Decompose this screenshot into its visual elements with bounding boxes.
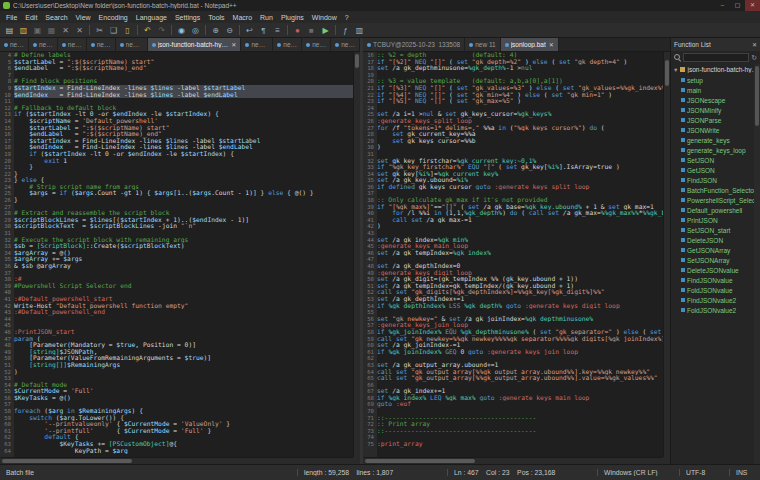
zoom-out-icon[interactable]: ⊖ [223, 24, 236, 37]
function-list-item[interactable]: generate_keys_loop [671, 145, 760, 155]
horizontal-scrollbar-left[interactable] [0, 457, 353, 464]
tab-new-12[interactable]: new 12 [116, 38, 148, 51]
menu-item-settings[interactable]: Settings [171, 14, 204, 21]
function-list-icon[interactable]: ƒ [339, 24, 352, 37]
scroll-thumb[interactable] [755, 66, 759, 126]
function-list-root[interactable]: ▼ json-function-batch-hybrid.bat [671, 64, 760, 75]
tab-new-3[interactable]: new 3 [273, 38, 302, 51]
tab-new-7[interactable]: new 7 [29, 38, 58, 51]
function-list-item[interactable]: FindJSONvalue [671, 275, 760, 285]
function-list-item[interactable]: SetJSON [671, 155, 760, 165]
horizontal-scrollbar-right[interactable] [363, 457, 663, 464]
tab-new-5[interactable]: new 5 [87, 38, 116, 51]
function-list-close-icon[interactable]: ✕ [752, 41, 757, 48]
word-wrap-icon[interactable]: ↩ [243, 24, 256, 37]
close-file-icon[interactable]: ✕ [59, 24, 72, 37]
play-macro-icon[interactable]: ▶ [319, 24, 332, 37]
function-list-item[interactable]: FoldJSONvalue [671, 285, 760, 295]
scroll-thumb[interactable] [355, 54, 359, 68]
scroll-thumb[interactable] [365, 459, 475, 463]
minimize-button[interactable]: – [715, 0, 730, 11]
indent-guide-icon[interactable]: ≡ [271, 24, 284, 37]
function-list-item[interactable]: JSONParse [671, 115, 760, 125]
close-button[interactable]: ✕ [745, 0, 760, 11]
function-list-item[interactable]: PrintJSON [671, 215, 760, 225]
menu-item-view[interactable]: View [72, 14, 95, 21]
function-list-item[interactable]: BatchFunction_Selector [671, 185, 760, 195]
menu-item-language[interactable]: Language [132, 14, 171, 21]
menu-item-plugins[interactable]: Plugins [277, 14, 308, 21]
function-list-item[interactable]: Default_powershell [671, 205, 760, 215]
function-list-item[interactable]: GetJSONArray [671, 245, 760, 255]
tab-new-9[interactable]: new 9 [331, 38, 360, 51]
replace-icon[interactable]: ◎ [189, 24, 202, 37]
function-list-item[interactable]: FoldJSONvalue2 [671, 305, 760, 315]
tab-jsonloop-bat[interactable]: jsonloop.bat✕ [501, 38, 559, 51]
function-list-item[interactable]: GetJSON [671, 165, 760, 175]
vertical-scrollbar-right[interactable] [663, 52, 670, 457]
function-list-item[interactable]: setup [671, 75, 760, 85]
menu-item-search[interactable]: Search [41, 14, 71, 21]
tab-new-11[interactable]: new 11 [465, 38, 500, 51]
vertical-scrollbar-left[interactable] [353, 52, 360, 457]
function-list-item[interactable]: main [671, 85, 760, 95]
menu-item-edit[interactable]: Edit [21, 14, 41, 21]
tab-new-8[interactable]: new 8 [0, 38, 29, 51]
tab-tcbuy-2025-10-23-133508[interactable]: TCBUY@2025-10-23_133508 [363, 38, 465, 51]
function-list-item[interactable]: JSONMinify [671, 105, 760, 115]
function-list-search-input[interactable] [683, 53, 749, 62]
menu-item-file[interactable]: File [2, 14, 21, 21]
function-list-item[interactable]: JSONWrite [671, 125, 760, 135]
menu-item-run[interactable]: Run [256, 14, 277, 21]
function-list-item[interactable]: FindJSON [671, 175, 760, 185]
open-file-icon[interactable]: ▨ [17, 24, 30, 37]
redo-icon[interactable]: ↷ [155, 24, 168, 37]
menu-item-encoding[interactable]: Encoding [95, 14, 132, 21]
record-macro-icon[interactable]: ● [291, 24, 304, 37]
function-list-item[interactable]: SetJSON_start [671, 225, 760, 235]
function-list-item[interactable]: SetJSONArray [671, 255, 760, 265]
function-list-item[interactable]: PowershellScript_Selector [671, 195, 760, 205]
menu-item-help[interactable]: ? [341, 14, 353, 21]
chevron-down-icon[interactable]: ▼ [673, 67, 678, 73]
close-all-icon[interactable]: ✕ [73, 24, 86, 37]
new-file-icon[interactable]: ▤ [3, 24, 16, 37]
tab-new-13[interactable]: new 13 [241, 38, 273, 51]
copy-icon[interactable]: ❏ [107, 24, 120, 37]
cut-icon[interactable]: ✂ [93, 24, 106, 37]
menu-item-tools[interactable]: Tools [204, 14, 228, 21]
stop-macro-icon[interactable]: ■ [305, 24, 318, 37]
function-list-item[interactable]: FindJSONvalue2 [671, 295, 760, 305]
tab-json-function-batch-hybrid-bat[interactable]: json-function-batch-hybrid.bat✕ [148, 38, 242, 51]
tab-new-2[interactable]: new 2 [302, 38, 331, 51]
function-list-item[interactable]: generate_keys [671, 135, 760, 145]
function-list-item[interactable]: DeleteJSONvalue [671, 265, 760, 275]
menu-item-window[interactable]: Window [308, 14, 341, 21]
document-map-icon[interactable]: ▥ [353, 24, 366, 37]
search-icon[interactable] [674, 54, 681, 61]
scroll-thumb[interactable] [2, 459, 132, 463]
scroll-thumb[interactable] [665, 60, 669, 86]
reload-icon[interactable]: ↻ [751, 54, 757, 62]
function-list-item[interactable]: JSONescape [671, 95, 760, 105]
code-area-left[interactable]: 4# Define labels5$startLabel = ":$($scri… [0, 52, 353, 457]
function-list-item[interactable]: DeleteJSON [671, 235, 760, 245]
tab-new-6[interactable]: new 6 [58, 38, 87, 51]
tab-close-icon[interactable]: ✕ [231, 41, 236, 48]
save-all-icon[interactable]: ▦ [45, 24, 58, 37]
function-list-scrollbar[interactable] [754, 64, 760, 464]
zoom-in-icon[interactable]: ⊕ [209, 24, 222, 37]
editor-right[interactable]: 16:: %2 = depth (default: 4)17if "[%2]" … [363, 52, 670, 464]
line-number: 6 [0, 65, 14, 72]
editor-left[interactable]: 4# Define labels5$startLabel = ":$($scri… [0, 52, 360, 464]
tab-close-icon[interactable]: ✕ [549, 41, 554, 48]
save-icon[interactable]: ▣ [31, 24, 44, 37]
find-icon[interactable]: ◉ [175, 24, 188, 37]
paste-icon[interactable]: ▯ [121, 24, 134, 37]
maximize-button[interactable]: ▢ [730, 0, 745, 11]
menu-item-macro[interactable]: Macro [229, 14, 256, 21]
show-all-characters-icon[interactable]: ¶ [257, 24, 270, 37]
code-text: } [14, 164, 353, 171]
code-area-right[interactable]: 16:: %2 = depth (default: 4)17if "[%2]" … [363, 52, 663, 457]
undo-icon[interactable]: ↶ [141, 24, 154, 37]
